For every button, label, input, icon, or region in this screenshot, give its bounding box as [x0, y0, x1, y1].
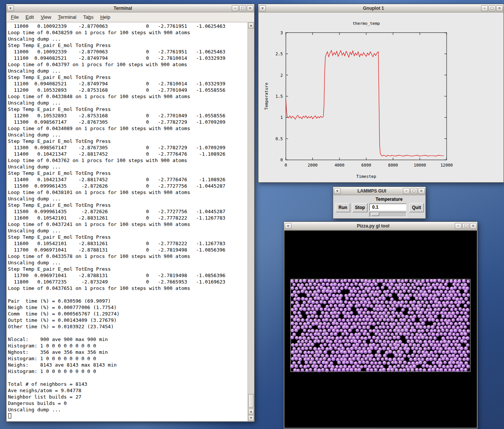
svg-text:8000: 8000 — [388, 163, 398, 168]
minimize-button[interactable]: – — [403, 188, 410, 194]
run-button[interactable]: Run — [335, 203, 350, 212]
svg-text:thermo_temp: thermo_temp — [353, 21, 380, 26]
svg-text:0.5: 0.5 — [275, 136, 283, 141]
maximize-button[interactable]: □ — [462, 223, 469, 229]
terminal-window: ▾ Terminal – □ ✕ FileEditViewTerminalTab… — [6, 4, 255, 422]
scroll-up-icon[interactable]: ▲ — [248, 23, 254, 29]
pizza-window: ▾ Pizza.py gl tool – □ ✕ — [284, 221, 478, 429]
terminal-window-title: Terminal — [15, 6, 231, 11]
gl-viewport[interactable] — [284, 230, 477, 428]
menu-edit[interactable]: Edit — [22, 13, 37, 21]
svg-text:0: 0 — [285, 163, 287, 168]
quit-button[interactable]: Quit — [409, 203, 424, 212]
maximize-button[interactable]: □ — [410, 188, 417, 194]
terminal-titlebar[interactable]: ▾ Terminal – □ ✕ — [6, 4, 254, 12]
atoms-canvas — [284, 230, 477, 428]
menu-tabs[interactable]: Tabs — [80, 13, 97, 21]
svg-text:0: 0 — [281, 158, 283, 162]
gnuplot-canvas: 02000400060008000100001200000.511.522.53… — [259, 13, 503, 182]
menu-terminal[interactable]: Terminal — [54, 13, 80, 21]
lammps-gui-window: ▾ LAMMPS GUI – □ ✕ Temperature Run Stop … — [333, 186, 426, 219]
window-menu-button[interactable]: ▾ — [285, 223, 291, 229]
close-button[interactable]: ✕ — [470, 223, 477, 229]
gnuplot-window: ▾ Gnuplot 1 – □ ✕ 0200040006000800010000… — [258, 4, 504, 183]
svg-text:2000: 2000 — [308, 163, 317, 168]
window-menu-button[interactable]: ▾ — [259, 5, 266, 11]
terminal-output: 11000 0.10092339 -2.8770063 0 -2.7761951… — [8, 23, 247, 419]
svg-text:1: 1 — [281, 115, 283, 120]
temperature-entry[interactable]: 0.1 — [369, 203, 407, 211]
lammps-window-title: LAMMPS GUI — [341, 188, 402, 194]
close-button[interactable]: ✕ — [247, 5, 254, 11]
scroll-down-icon[interactable]: ▼ — [248, 415, 254, 421]
menu-view[interactable]: View — [37, 13, 54, 21]
menu-file[interactable]: File — [8, 13, 22, 21]
minimize-button[interactable]: – — [481, 5, 488, 11]
window-menu-button[interactable]: ▾ — [7, 5, 14, 11]
maximize-button[interactable]: □ — [489, 5, 495, 11]
scrollbar-thumb[interactable] — [248, 394, 254, 408]
svg-text:Temperature: Temperature — [264, 83, 269, 110]
close-button[interactable]: ✕ — [418, 188, 425, 194]
svg-text:10000: 10000 — [413, 163, 426, 168]
lammps-content: Temperature Run Stop 0.1 Quit — [333, 196, 425, 218]
terminal-menubar: FileEditViewTerminalTabsHelp — [6, 12, 254, 22]
window-menu-button[interactable]: ▾ — [334, 188, 341, 194]
desktop: { "window_controls": {"menu": "▾", "mini… — [0, 0, 504, 429]
svg-text:4000: 4000 — [335, 163, 344, 168]
svg-text:12000: 12000 — [441, 163, 453, 168]
gnuplot-chart: 02000400060008000100001200000.511.522.53… — [259, 13, 503, 182]
svg-text:1.5: 1.5 — [275, 94, 283, 99]
temperature-slider[interactable] — [369, 212, 407, 217]
svg-text:Timestep: Timestep — [356, 174, 376, 179]
gnuplot-titlebar[interactable]: ▾ Gnuplot 1 – □ ✕ — [258, 4, 504, 12]
minimize-button[interactable]: – — [232, 5, 238, 11]
menu-help[interactable]: Help — [97, 13, 114, 21]
svg-text:2: 2 — [281, 73, 283, 78]
pizza-titlebar[interactable]: ▾ Pizza.py gl tool – □ ✕ — [284, 222, 477, 230]
close-button[interactable]: ✕ — [496, 5, 503, 11]
terminal-cursor — [8, 413, 11, 418]
terminal-scrollbar[interactable]: ▲ ▲ ▼ — [247, 23, 254, 421]
pizza-window-title: Pizza.py gl tool — [292, 223, 454, 229]
stop-button[interactable]: Stop — [352, 203, 368, 212]
gnuplot-window-title: Gnuplot 1 — [267, 6, 480, 11]
terminal-viewport[interactable]: 11000 0.10092339 -2.8770063 0 -2.7761951… — [7, 23, 247, 421]
scroll-up2-icon[interactable]: ▲ — [248, 409, 254, 415]
slider-handle[interactable] — [371, 212, 379, 216]
terminal-content-area[interactable]: 11000 0.10092339 -2.8770063 0 -2.7761951… — [7, 23, 254, 421]
svg-text:3: 3 — [281, 30, 283, 35]
temperature-label: Temperature — [368, 197, 410, 202]
svg-text:6000: 6000 — [361, 163, 371, 168]
svg-text:2.5: 2.5 — [275, 52, 283, 56]
lammps-titlebar[interactable]: ▾ LAMMPS GUI – □ ✕ — [333, 187, 426, 195]
minimize-button[interactable]: – — [455, 223, 462, 229]
maximize-button[interactable]: □ — [239, 5, 246, 11]
